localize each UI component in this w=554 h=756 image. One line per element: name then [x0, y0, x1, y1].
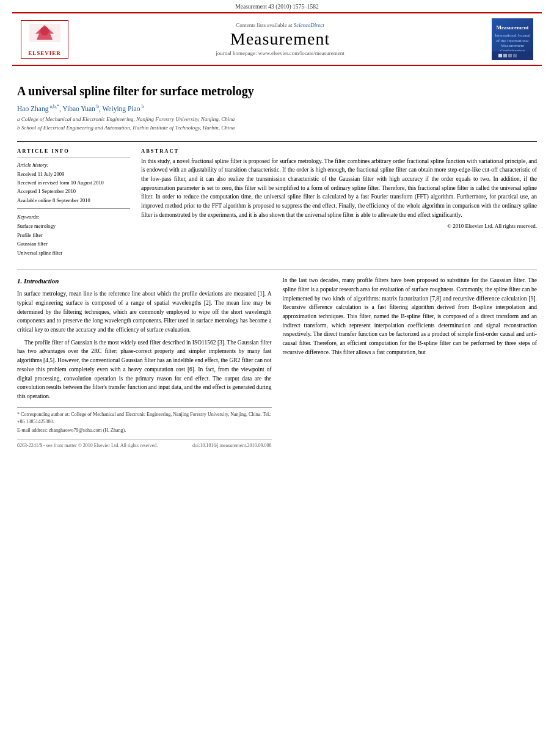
svg-point-2 — [40, 27, 49, 35]
abstract-label: ABSTRACT — [141, 148, 537, 154]
sciencedirect-line: Contents lists available at ScienceDirec… — [68, 22, 492, 28]
keyword-2: Profile filter — [17, 231, 130, 239]
intro-para-1: In surface metrology, mean line is the r… — [17, 289, 272, 335]
article-info-abstract: ARTICLE INFO Article history: Received 1… — [17, 141, 537, 258]
copyright-line: © 2010 Elsevier Ltd. All rights reserved… — [141, 223, 537, 229]
article-info-label: ARTICLE INFO — [17, 148, 130, 154]
svg-rect-4 — [503, 54, 507, 57]
received-revised-date: Received in revised form 10 August 2010 — [17, 178, 130, 187]
intro-heading: 1. Introduction — [17, 276, 272, 286]
affiliation-a: a College of Mechanical and Electronic E… — [17, 115, 537, 123]
journal-homepage: journal homepage: www.elsevier.com/locat… — [68, 50, 492, 56]
elsevier-logo: ELSEVIER — [21, 20, 68, 59]
journal-title-block: Contents lists available at ScienceDirec… — [68, 22, 492, 56]
elsevier-label: ELSEVIER — [28, 50, 61, 56]
paper-title: A universal spline filter for surface me… — [17, 83, 537, 99]
keyword-1: Surface metrology — [17, 222, 130, 230]
citation-bar: Measurement 43 (2010) 1575–1582 — [0, 0, 554, 12]
received-date: Received 11 July 2009 — [17, 170, 130, 178]
footnote-corresponding: * Corresponding author at: College of Me… — [17, 411, 272, 426]
journal-thumb-title: Measurement — [497, 24, 529, 31]
journal-thumb-bar — [492, 51, 533, 60]
elsevier-lion-icon — [28, 23, 62, 50]
divider-1 — [17, 158, 130, 158]
intro-para-3: In the last two decades, many profile fi… — [283, 276, 538, 357]
footer-copyright: 0263-2241/$ - see front matter © 2010 El… — [17, 442, 158, 449]
footnote-area: * Corresponding author at: College of Me… — [17, 407, 272, 434]
body-two-col: 1. Introduction In surface metrology, me… — [17, 276, 537, 449]
author-yibao: Yibao Yuan — [62, 105, 95, 112]
svg-rect-3 — [498, 54, 502, 57]
intro-number: 1. — [17, 277, 22, 285]
sciencedirect-link[interactable]: ScienceDirect — [294, 22, 324, 28]
author-weiying: Weiying Piao — [102, 105, 140, 112]
body-left-col: 1. Introduction In surface metrology, me… — [17, 276, 272, 449]
author-weiying-sup: b — [140, 104, 144, 109]
citation-text: Measurement 43 (2010) 1575–1582 — [235, 4, 318, 10]
footer-doi: doi:10.1016/j.measurement.2010.09.008 — [192, 442, 272, 449]
abstract-col: ABSTRACT In this study, a novel fraction… — [141, 142, 537, 258]
author-hao-sup: a,b,* — [48, 104, 59, 109]
authors-line: Hao Zhang a,b,*, Yibao Yuan b, Weiying P… — [17, 104, 537, 112]
intro-section: 1. Introduction In surface metrology, me… — [17, 269, 537, 449]
divider-2 — [17, 208, 130, 209]
available-online-date: Available online 8 September 2010 — [17, 196, 130, 205]
article-info-col: ARTICLE INFO Article history: Received 1… — [17, 142, 130, 258]
journal-name: Measurement — [68, 29, 492, 49]
journal-thumb-subtitle: International Journal of the Internation… — [494, 33, 531, 54]
keyword-4: Universal spline filter — [17, 249, 130, 257]
keyword-3: Gaussian filter — [17, 239, 130, 248]
svg-rect-6 — [513, 54, 517, 57]
journal-header: ELSEVIER Contents lists available at Sci… — [12, 12, 542, 66]
footer-bar: 0263-2241/$ - see front matter © 2010 El… — [17, 439, 272, 449]
footnote-email: E-mail address: zhanghaowo79@sohu.com (H… — [17, 427, 272, 434]
author-hao: Hao Zhang — [17, 105, 48, 112]
content-area: A universal spline filter for surface me… — [0, 66, 554, 456]
affiliation-b: b School of Electrical Engineering and A… — [17, 123, 537, 132]
intro-title: Introduction — [24, 277, 59, 285]
affiliations: a College of Mechanical and Electronic E… — [17, 115, 537, 133]
intro-para-2: The profile filter of Gaussian is the mo… — [17, 338, 272, 401]
accepted-date: Accepted 1 September 2010 — [17, 187, 130, 195]
keywords-label: Keywords: — [17, 214, 130, 220]
body-right-col: In the last two decades, many profile fi… — [283, 276, 538, 449]
article-history-label: Article history: — [17, 162, 130, 168]
abstract-text: In this study, a novel fractional spline… — [141, 157, 537, 220]
journal-thumbnail: Measurement International Journal of the… — [492, 18, 533, 60]
svg-rect-5 — [508, 54, 512, 57]
